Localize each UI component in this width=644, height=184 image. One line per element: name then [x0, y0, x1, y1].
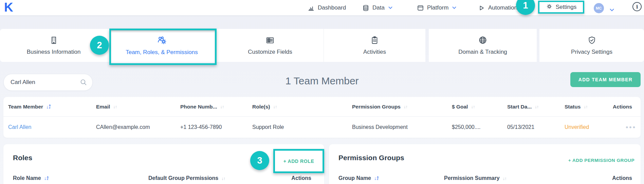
sort-icon: ↓↑: [584, 104, 588, 109]
column-header-goal[interactable]: $ Goal ↓↑: [452, 104, 507, 110]
cell-goal: $250,000....: [452, 124, 507, 130]
window-icon: [417, 4, 424, 12]
column-header-start-date[interactable]: Start Da... ↓↑: [507, 104, 565, 110]
team-gear-icon: [157, 35, 167, 45]
column-header-group-name[interactable]: Group Name ↓AZ: [338, 175, 444, 181]
tab-label: Customize Fields: [248, 49, 292, 55]
id-card-icon: [265, 36, 275, 45]
sort-az-icon: ↓AZ: [44, 175, 49, 181]
nav-item-label: Automations: [488, 4, 520, 11]
nav-item-platform[interactable]: Platform: [417, 0, 456, 16]
tab-team-roles-permissions[interactable]: Team, Roles, & Permissions: [107, 29, 216, 62]
add-permission-group-button[interactable]: + ADD PERMISSION GROUP: [568, 158, 634, 163]
permission-groups-header-row: Group Name ↓AZ Permission Summary ↓↑ Act…: [329, 171, 641, 184]
column-header-email[interactable]: Email ↓↑: [96, 104, 180, 110]
avatar[interactable]: MC: [594, 3, 604, 13]
permission-groups-section: Permission Groups + ADD PERMISSION GROUP…: [329, 144, 641, 184]
tab-privacy-settings[interactable]: Privacy Settings: [539, 29, 644, 62]
cell-roles: Support Role: [252, 124, 352, 130]
sort-az-icon: ↓AZ: [374, 175, 379, 181]
tab-label: Domain & Tracking: [458, 49, 507, 55]
roles-header-row: Role Name ↓AZ Default Group Permissions …: [3, 171, 324, 184]
column-header-roles[interactable]: Role(s) ↓↑: [252, 104, 352, 110]
sort-icon: ↓↑: [404, 104, 408, 109]
sort-icon: ↓↑: [221, 176, 225, 181]
nav-item-label: Platform: [427, 4, 448, 11]
cell-email: CAllen@example.com: [96, 124, 180, 130]
table-header-row: Team Member ↓AZ Email ↓↑ Phone Numb... ↓…: [3, 97, 641, 117]
column-header-role-name[interactable]: Role Name ↓AZ: [13, 175, 148, 181]
app-logo[interactable]: K: [4, 0, 13, 15]
database-icon: [362, 4, 369, 12]
cell-phone: +1 123-456-7890: [180, 124, 252, 130]
team-members-table: Team Member ↓AZ Email ↓↑ Phone Numb... ↓…: [3, 97, 641, 138]
globe-icon: [478, 35, 487, 45]
column-header-actions: Actions: [613, 104, 641, 110]
nav-item-label: Dashboard: [318, 4, 346, 11]
page-title: 1 Team Member: [0, 75, 644, 87]
clipboard-icon: [370, 36, 379, 45]
cell-start-date: 05/13/2021: [507, 124, 565, 130]
nav-item-data[interactable]: Data: [362, 0, 392, 16]
chevron-down-icon: [388, 6, 392, 9]
sort-icon: ↓↑: [503, 176, 507, 181]
add-role-button[interactable]: + ADD ROLE: [283, 158, 314, 164]
column-header-actions: Actions: [290, 175, 324, 181]
sort-icon: ↓↑: [220, 104, 224, 109]
tab-activities[interactable]: Activities: [324, 29, 425, 62]
sort-icon: ↓↑: [113, 104, 117, 109]
table-row: Carl Allen CAllen@example.com +1 123-456…: [3, 117, 641, 138]
roles-title: Roles: [13, 154, 32, 162]
nav-item-automations[interactable]: Automations: [478, 0, 520, 16]
column-header-default-group-permissions[interactable]: Default Group Permissions ↓↑: [148, 175, 290, 181]
annotation-badge-3: 3: [250, 151, 269, 170]
gear-icon: [546, 3, 553, 12]
chevron-down-icon: [452, 6, 456, 9]
nav-item-dashboard[interactable]: Dashboard: [308, 0, 346, 16]
shield-check-icon: [587, 36, 596, 45]
column-header-permission-summary[interactable]: Permission Summary ↓↑: [444, 175, 590, 181]
app-root: K Dashboard Data: [0, 0, 644, 184]
column-header-phone[interactable]: Phone Numb... ↓↑: [180, 104, 252, 110]
team-member-name-link[interactable]: Carl Allen: [8, 124, 31, 130]
tab-label: Privacy Settings: [571, 49, 612, 55]
sort-az-icon: ↓AZ: [46, 104, 51, 110]
tab-label: Activities: [363, 49, 386, 55]
column-header-status[interactable]: Status ↓↑: [565, 104, 613, 110]
bar-chart-icon: [308, 4, 315, 12]
chevron-down-icon[interactable]: [610, 7, 614, 13]
column-header-team-member[interactable]: Team Member ↓AZ: [3, 104, 96, 110]
row-actions-menu-icon[interactable]: •••: [613, 123, 641, 131]
sort-icon: ↓↑: [273, 104, 277, 109]
cell-permission-groups: Business Development: [352, 124, 452, 130]
tab-label: Team, Roles, & Permissions: [126, 49, 198, 56]
annotation-badge-2: 2: [90, 36, 109, 55]
play-icon: [478, 4, 485, 12]
nav-item-label: Settings: [556, 4, 576, 11]
status-badge: Unverified: [565, 124, 613, 130]
tab-customize-fields[interactable]: Customize Fields: [216, 29, 324, 62]
building-icon: [49, 36, 58, 45]
nav-item-settings[interactable]: Settings: [538, 1, 584, 14]
column-header-actions: Actions: [590, 175, 641, 181]
nav-item-label: Data: [372, 4, 385, 11]
column-header-permission-groups[interactable]: Permission Groups ↓↑: [352, 104, 452, 110]
tab-domain-tracking[interactable]: Domain & Tracking: [429, 29, 537, 62]
annotation-box-3: + ADD ROLE: [273, 149, 324, 173]
info-icon[interactable]: i: [632, 2, 642, 11]
add-team-member-button[interactable]: ADD TEAM MEMBER: [570, 72, 641, 87]
sort-icon: ↓↑: [535, 104, 539, 109]
permission-groups-title: Permission Groups: [338, 154, 404, 162]
sort-icon: ↓↑: [471, 104, 475, 109]
tab-label: Business Information: [27, 49, 81, 55]
